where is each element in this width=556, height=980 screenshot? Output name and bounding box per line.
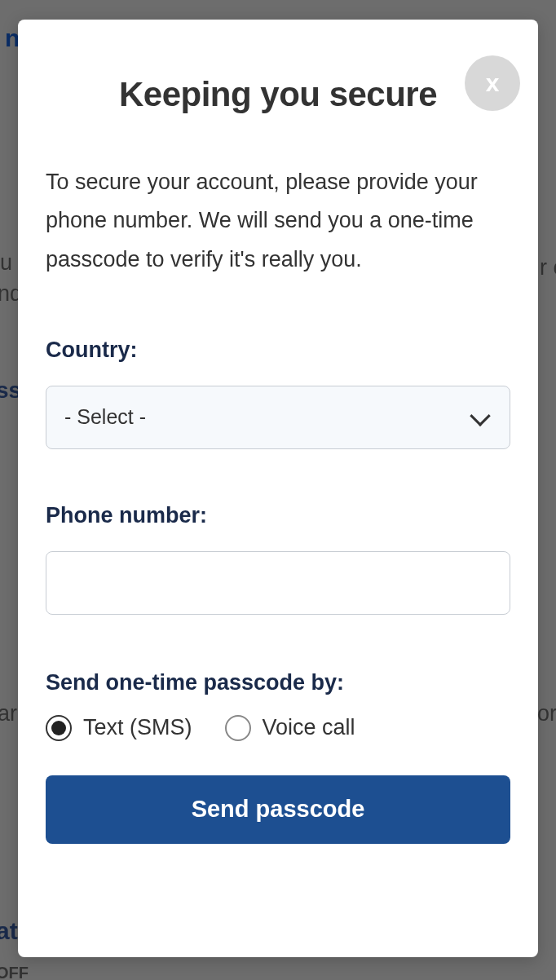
radio-icon [46,715,72,741]
modal-description: To secure your account, please provide y… [46,163,510,279]
bg-text-fragment: OFF [0,964,29,980]
bg-text-fragment: at [0,917,18,945]
security-modal: x Keeping you secure To secure your acco… [18,20,538,957]
modal-title: Keeping you secure [46,75,510,114]
phone-label: Phone number: [46,503,510,528]
country-select[interactable]: - Select - [46,386,510,449]
radio-dot-icon [51,721,66,735]
send-passcode-button[interactable]: Send passcode [46,775,510,844]
bg-text-fragment: r c [540,255,556,280]
bg-text-fragment: orr [537,701,556,726]
country-label: Country: [46,338,510,363]
radio-option-sms[interactable]: Text (SMS) [46,715,192,741]
phone-input[interactable] [46,551,510,615]
country-select-wrapper: - Select - [46,386,510,449]
close-button[interactable]: x [465,55,520,111]
bg-text-fragment: u [0,250,12,276]
radio-option-voice[interactable]: Voice call [225,715,355,741]
bg-text-fragment: ar [0,701,17,726]
close-icon: x [486,69,500,97]
radio-label-voice: Voice call [263,715,355,740]
passcode-method-group: Text (SMS) Voice call [46,715,510,741]
country-selected-value: - Select - [64,405,146,429]
radio-label-sms: Text (SMS) [83,715,192,740]
passcode-method-label: Send one-time passcode by: [46,670,510,695]
radio-icon [225,715,251,741]
